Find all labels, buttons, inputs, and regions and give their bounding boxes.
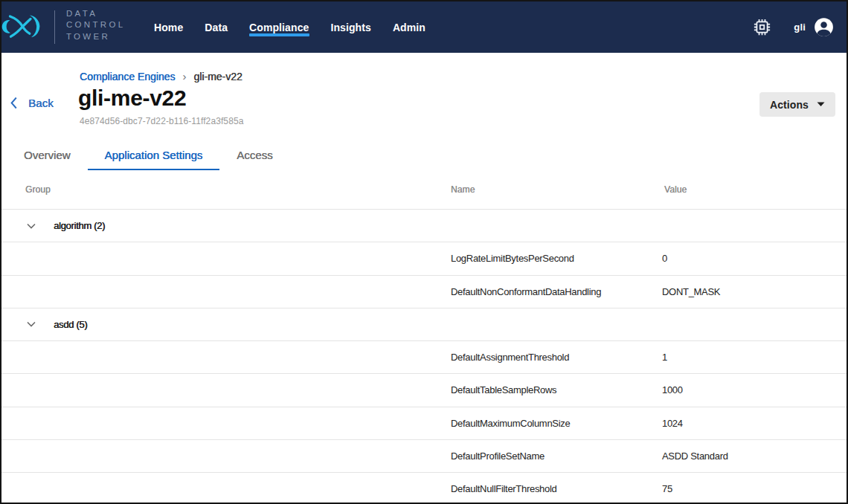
top-navbar: DATA CONTROL TOWER Home Data Compliance … bbox=[1, 1, 847, 53]
back-label: Back bbox=[28, 97, 54, 109]
tab-overview[interactable]: Overview bbox=[7, 140, 88, 170]
detail-tabs: Overview Application Settings Access bbox=[7, 140, 290, 170]
group-row[interactable]: algorithm (2) bbox=[1, 210, 847, 242]
table-header-row: Group Name Value bbox=[1, 170, 847, 210]
table-body: algorithm (2) LogRateLimitBytesPerSecond… bbox=[1, 210, 847, 504]
brand-logo-icon bbox=[1, 1, 45, 43]
setting-value: 1000 bbox=[662, 384, 847, 395]
main-nav: Home Data Compliance Insights Admin bbox=[154, 22, 425, 33]
account-avatar-icon[interactable] bbox=[814, 17, 834, 37]
actions-caret-icon bbox=[817, 102, 825, 107]
setting-row: DefaultNullFilterThreshold 75 bbox=[1, 473, 847, 504]
setting-name: DefaultNullFilterThreshold bbox=[451, 483, 662, 494]
tab-application-settings[interactable]: Application Settings bbox=[88, 140, 220, 170]
actions-button[interactable]: Actions bbox=[759, 92, 835, 117]
application-settings-table: Group Name Value algorithm (2) LogRateLi… bbox=[1, 170, 847, 504]
setting-name: DefaultAssignmentThreshold bbox=[451, 352, 662, 363]
api-chip-icon[interactable] bbox=[753, 18, 771, 36]
user-name: gli bbox=[794, 22, 806, 33]
brand-line-2: CONTROL bbox=[66, 19, 125, 31]
setting-name: DefaultNonConformantDataHandling bbox=[451, 286, 662, 297]
breadcrumb-separator: › bbox=[182, 70, 186, 83]
brand-line-3: TOWER bbox=[66, 31, 125, 43]
nav-item-compliance[interactable]: Compliance bbox=[249, 22, 309, 33]
setting-value: 1024 bbox=[662, 418, 847, 429]
column-header-value: Value bbox=[664, 184, 847, 195]
page-title: gli-me-v22 bbox=[78, 85, 186, 111]
breadcrumb-parent-link[interactable]: Compliance Engines bbox=[80, 71, 175, 83]
setting-row: DefaultAssignmentThreshold 1 bbox=[1, 341, 847, 374]
setting-name: LogRateLimitBytesPerSecond bbox=[451, 253, 662, 264]
group-row[interactable]: asdd (5) bbox=[1, 308, 847, 341]
nav-item-data[interactable]: Data bbox=[205, 22, 228, 33]
page-body: Back Compliance Engines › gli-me-v22 gli… bbox=[1, 53, 847, 503]
nav-item-label: Home bbox=[154, 22, 183, 33]
setting-row: DefaultTableSampleRows 1000 bbox=[1, 374, 847, 407]
group-label: asdd (5) bbox=[54, 319, 87, 330]
setting-value: DONT_MASK bbox=[662, 286, 847, 297]
back-button[interactable]: Back bbox=[10, 97, 54, 109]
nav-item-admin[interactable]: Admin bbox=[393, 22, 425, 33]
setting-name: DefaultProfileSetName bbox=[451, 450, 662, 462]
column-header-group: Group bbox=[1, 184, 451, 195]
breadcrumb-current: gli-me-v22 bbox=[193, 71, 242, 83]
column-header-name: Name bbox=[451, 184, 664, 195]
collapse-chevron-icon[interactable] bbox=[27, 223, 36, 229]
tab-access[interactable]: Access bbox=[219, 140, 289, 170]
group-label: algorithm (2) bbox=[54, 220, 105, 231]
group-cell: algorithm (2) bbox=[1, 220, 451, 231]
brand-divider bbox=[54, 10, 55, 44]
setting-value: 0 bbox=[662, 253, 847, 264]
nav-item-label: Data bbox=[205, 22, 228, 33]
breadcrumb: Compliance Engines › gli-me-v22 bbox=[80, 70, 242, 83]
collapse-chevron-icon[interactable] bbox=[27, 321, 36, 327]
setting-name: DefaultMaximumColumnSize bbox=[451, 418, 662, 429]
engine-uuid: 4e874d56-dbc7-7d22-b116-11ff2a3f585a bbox=[80, 116, 243, 126]
nav-active-underline bbox=[249, 33, 309, 36]
nav-item-home[interactable]: Home bbox=[154, 22, 183, 33]
setting-row: DefaultMaximumColumnSize 1024 bbox=[1, 407, 847, 440]
nav-item-label: Admin bbox=[393, 22, 425, 33]
brand-line-1: DATA bbox=[66, 8, 125, 20]
setting-value: 1 bbox=[662, 352, 847, 363]
setting-value: ASDD Standard bbox=[662, 450, 847, 462]
setting-row: DefaultNonConformantDataHandling DONT_MA… bbox=[1, 276, 847, 308]
app-window: DATA CONTROL TOWER Home Data Compliance … bbox=[0, 0, 848, 504]
setting-row: LogRateLimitBytesPerSecond 0 bbox=[1, 242, 847, 275]
setting-row: DefaultProfileSetName ASDD Standard bbox=[1, 440, 847, 473]
brand-wordmark: DATA CONTROL TOWER bbox=[66, 8, 125, 43]
group-cell: asdd (5) bbox=[1, 319, 451, 330]
nav-item-label: Compliance bbox=[249, 22, 309, 33]
actions-button-label: Actions bbox=[770, 99, 809, 111]
back-chevron-icon bbox=[10, 97, 17, 109]
navbar-right: gli bbox=[753, 17, 834, 37]
setting-value: 75 bbox=[662, 483, 847, 494]
nav-item-insights[interactable]: Insights bbox=[330, 22, 370, 33]
setting-name: DefaultTableSampleRows bbox=[451, 384, 662, 395]
nav-item-label: Insights bbox=[330, 22, 370, 33]
